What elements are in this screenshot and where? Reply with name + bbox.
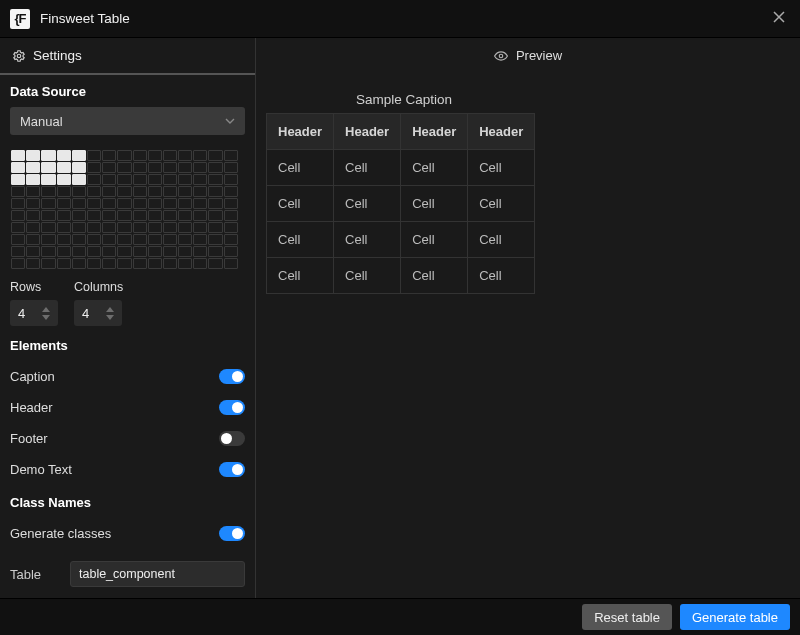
grid-cell[interactable] bbox=[193, 234, 207, 245]
grid-cell[interactable] bbox=[41, 210, 55, 221]
grid-cell[interactable] bbox=[224, 150, 238, 161]
grid-cell[interactable] bbox=[224, 246, 238, 257]
grid-cell[interactable] bbox=[163, 258, 177, 269]
grid-cell[interactable] bbox=[133, 222, 147, 233]
element-toggle-footer[interactable] bbox=[219, 431, 245, 446]
grid-cell[interactable] bbox=[72, 246, 86, 257]
grid-cell[interactable] bbox=[193, 150, 207, 161]
grid-cell[interactable] bbox=[208, 210, 222, 221]
grid-cell[interactable] bbox=[72, 210, 86, 221]
grid-cell[interactable] bbox=[178, 258, 192, 269]
grid-cell[interactable] bbox=[26, 198, 40, 209]
grid-cell[interactable] bbox=[102, 222, 116, 233]
grid-cell[interactable] bbox=[133, 258, 147, 269]
grid-cell[interactable] bbox=[87, 186, 101, 197]
grid-cell[interactable] bbox=[26, 222, 40, 233]
grid-cell[interactable] bbox=[193, 246, 207, 257]
rows-stepper[interactable]: 4 bbox=[10, 300, 58, 326]
grid-cell[interactable] bbox=[224, 174, 238, 185]
stepper-up-icon[interactable] bbox=[106, 307, 114, 313]
grid-cell[interactable] bbox=[57, 186, 71, 197]
grid-cell[interactable] bbox=[148, 150, 162, 161]
grid-cell[interactable] bbox=[102, 210, 116, 221]
grid-cell[interactable] bbox=[208, 174, 222, 185]
grid-cell[interactable] bbox=[57, 174, 71, 185]
tab-settings[interactable]: Settings bbox=[0, 38, 255, 75]
grid-cell[interactable] bbox=[11, 258, 25, 269]
grid-cell[interactable] bbox=[11, 210, 25, 221]
grid-cell[interactable] bbox=[163, 234, 177, 245]
grid-cell[interactable] bbox=[41, 162, 55, 173]
grid-cell[interactable] bbox=[148, 162, 162, 173]
grid-cell[interactable] bbox=[178, 234, 192, 245]
grid-cell[interactable] bbox=[208, 258, 222, 269]
table-class-input[interactable] bbox=[70, 561, 245, 587]
grid-cell[interactable] bbox=[102, 174, 116, 185]
grid-cell[interactable] bbox=[117, 162, 131, 173]
grid-cell[interactable] bbox=[133, 186, 147, 197]
grid-cell[interactable] bbox=[178, 150, 192, 161]
grid-cell[interactable] bbox=[148, 246, 162, 257]
grid-cell[interactable] bbox=[208, 246, 222, 257]
grid-cell[interactable] bbox=[102, 234, 116, 245]
grid-cell[interactable] bbox=[57, 198, 71, 209]
columns-stepper[interactable]: 4 bbox=[74, 300, 122, 326]
element-toggle-demo-text[interactable] bbox=[219, 462, 245, 477]
grid-cell[interactable] bbox=[224, 162, 238, 173]
grid-cell[interactable] bbox=[117, 246, 131, 257]
grid-cell[interactable] bbox=[102, 162, 116, 173]
grid-cell[interactable] bbox=[208, 222, 222, 233]
grid-cell[interactable] bbox=[11, 186, 25, 197]
grid-cell[interactable] bbox=[11, 222, 25, 233]
grid-cell[interactable] bbox=[57, 150, 71, 161]
grid-cell[interactable] bbox=[224, 210, 238, 221]
grid-cell[interactable] bbox=[133, 174, 147, 185]
grid-cell[interactable] bbox=[102, 198, 116, 209]
grid-cell[interactable] bbox=[133, 246, 147, 257]
close-button[interactable] bbox=[772, 10, 786, 27]
grid-cell[interactable] bbox=[178, 210, 192, 221]
grid-cell[interactable] bbox=[57, 258, 71, 269]
grid-cell[interactable] bbox=[133, 162, 147, 173]
grid-cell[interactable] bbox=[208, 234, 222, 245]
generate-classes-toggle[interactable] bbox=[219, 526, 245, 541]
grid-cell[interactable] bbox=[193, 186, 207, 197]
grid-cell[interactable] bbox=[133, 150, 147, 161]
grid-cell[interactable] bbox=[148, 198, 162, 209]
grid-cell[interactable] bbox=[208, 198, 222, 209]
table-size-picker[interactable] bbox=[10, 149, 239, 270]
grid-cell[interactable] bbox=[26, 150, 40, 161]
grid-cell[interactable] bbox=[87, 246, 101, 257]
grid-cell[interactable] bbox=[163, 210, 177, 221]
grid-cell[interactable] bbox=[87, 150, 101, 161]
grid-cell[interactable] bbox=[178, 222, 192, 233]
grid-cell[interactable] bbox=[102, 186, 116, 197]
grid-cell[interactable] bbox=[193, 210, 207, 221]
grid-cell[interactable] bbox=[193, 222, 207, 233]
grid-cell[interactable] bbox=[117, 186, 131, 197]
element-toggle-caption[interactable] bbox=[219, 369, 245, 384]
grid-cell[interactable] bbox=[72, 174, 86, 185]
grid-cell[interactable] bbox=[72, 222, 86, 233]
grid-cell[interactable] bbox=[163, 162, 177, 173]
grid-cell[interactable] bbox=[208, 162, 222, 173]
grid-cell[interactable] bbox=[26, 162, 40, 173]
grid-cell[interactable] bbox=[178, 198, 192, 209]
grid-cell[interactable] bbox=[224, 222, 238, 233]
grid-cell[interactable] bbox=[117, 150, 131, 161]
reset-table-button[interactable]: Reset table bbox=[582, 604, 672, 630]
grid-cell[interactable] bbox=[148, 234, 162, 245]
grid-cell[interactable] bbox=[26, 210, 40, 221]
grid-cell[interactable] bbox=[208, 150, 222, 161]
grid-cell[interactable] bbox=[87, 174, 101, 185]
grid-cell[interactable] bbox=[117, 258, 131, 269]
grid-cell[interactable] bbox=[224, 186, 238, 197]
grid-cell[interactable] bbox=[11, 174, 25, 185]
stepper-up-icon[interactable] bbox=[42, 307, 50, 313]
grid-cell[interactable] bbox=[178, 186, 192, 197]
grid-cell[interactable] bbox=[11, 198, 25, 209]
grid-cell[interactable] bbox=[26, 234, 40, 245]
grid-cell[interactable] bbox=[148, 174, 162, 185]
grid-cell[interactable] bbox=[178, 162, 192, 173]
grid-cell[interactable] bbox=[178, 174, 192, 185]
